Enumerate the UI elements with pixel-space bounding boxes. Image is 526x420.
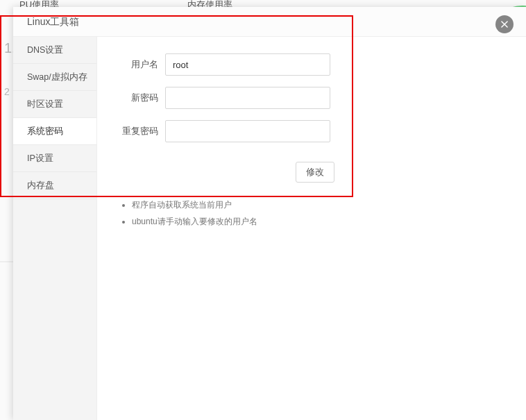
notes-list: 程序自动获取系统当前用户 ubuntu请手动输入要修改的用户名 [118, 196, 505, 230]
modal-body: DNS设置 Swap/虚拟内存 时区设置 系统密码 IP设置 内存盘 用户名 [13, 37, 526, 420]
sidebar: DNS设置 Swap/虚拟内存 时区设置 系统密码 IP设置 内存盘 [13, 37, 97, 420]
username-label: 用户名 [118, 59, 158, 71]
form-row-username: 用户名 [118, 53, 505, 76]
confirm-input[interactable] [165, 120, 330, 142]
sidebar-item-label: 时区设置 [27, 99, 63, 109]
confirm-label: 重复密码 [118, 126, 158, 137]
note-item: 程序自动获取系统当前用户 [132, 196, 505, 213]
content-panel: 用户名 新密码 重复密码 修改 程序自动获取系统当前用户 ubuntu请手动输入… [97, 37, 526, 420]
sidebar-item-label: IP设置 [27, 153, 53, 163]
sidebar-item-dns[interactable]: DNS设置 [13, 37, 96, 64]
sidebar-item-password[interactable]: 系统密码 [13, 118, 96, 145]
sidebar-item-ramdisk[interactable]: 内存盘 [13, 172, 96, 199]
form-row-confirm: 重复密码 [118, 120, 505, 142]
sidebar-item-swap[interactable]: Swap/虚拟内存 [13, 64, 96, 91]
button-row: 修改 [118, 162, 505, 183]
form-row-newpass: 新密码 [118, 87, 505, 109]
username-input[interactable] [165, 53, 330, 76]
sidebar-item-label: DNS设置 [27, 45, 63, 55]
modal-title: Linux工具箱 [13, 7, 526, 37]
sidebar-item-ip[interactable]: IP设置 [13, 145, 96, 172]
bg-number-2: 2 [4, 86, 10, 97]
submit-button[interactable]: 修改 [296, 162, 334, 183]
sidebar-item-timezone[interactable]: 时区设置 [13, 91, 96, 118]
sidebar-item-label: 系统密码 [27, 126, 63, 136]
newpass-label: 新密码 [118, 92, 158, 104]
close-icon [500, 19, 509, 29]
linux-toolbox-modal: Linux工具箱 DNS设置 Swap/虚拟内存 时区设置 系统密码 IP设置 … [13, 7, 526, 420]
close-button[interactable] [495, 15, 514, 33]
sidebar-item-label: 内存盘 [27, 180, 54, 190]
sidebar-item-label: Swap/虚拟内存 [27, 72, 87, 82]
newpass-input[interactable] [165, 87, 330, 109]
note-item: ubuntu请手动输入要修改的用户名 [132, 213, 505, 230]
